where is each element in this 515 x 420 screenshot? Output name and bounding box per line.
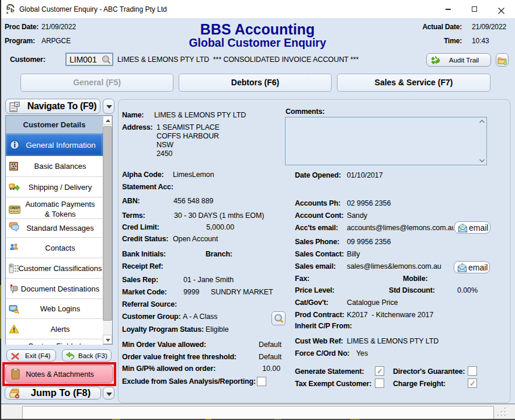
svg-text:s: s: [6, 10, 8, 15]
svg-text:b: b: [11, 6, 14, 13]
